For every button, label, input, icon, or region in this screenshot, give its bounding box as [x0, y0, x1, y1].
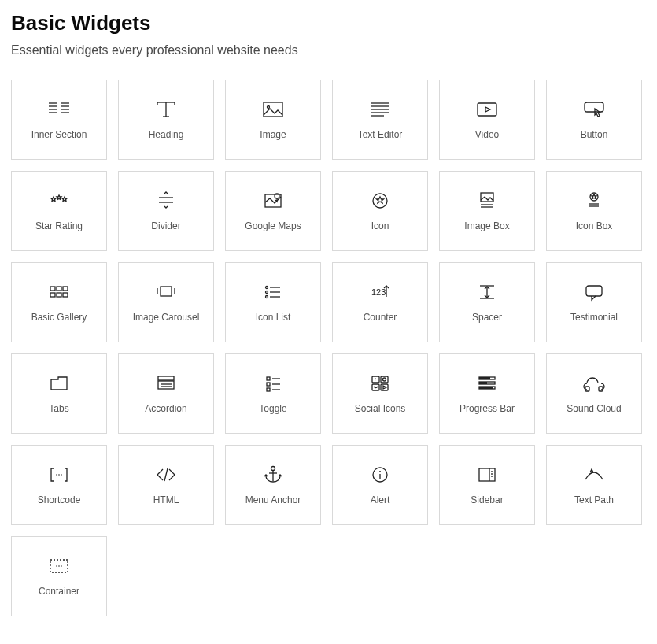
widget-container[interactable]: Container	[11, 536, 107, 616]
widget-google-maps[interactable]: Google Maps	[225, 171, 321, 251]
widget-label: Icon Box	[576, 221, 613, 231]
widget-accordion[interactable]: Accordion	[118, 353, 214, 434]
image-carousel-icon	[154, 283, 178, 302]
widget-label: Text Editor	[358, 130, 403, 139]
image-box-icon	[475, 191, 499, 210]
widget-label: Star Rating	[35, 221, 83, 231]
widget-testimonial[interactable]: Testimonial	[546, 262, 642, 342]
widget-label: Button	[581, 130, 608, 139]
widget-video[interactable]: Video	[439, 80, 535, 160]
widget-sidebar[interactable]: Sidebar	[439, 445, 535, 525]
alert-icon	[368, 465, 392, 484]
widget-label: Heading	[149, 130, 184, 139]
sidebar-icon	[475, 465, 499, 484]
html-icon	[154, 465, 178, 484]
widget-label: Google Maps	[245, 221, 301, 231]
widget-label: Testimonial	[570, 313, 618, 322]
widget-sound-cloud[interactable]: Sound Cloud	[546, 353, 642, 434]
widget-label: Image Carousel	[133, 313, 200, 322]
container-icon	[47, 557, 71, 576]
toggle-icon	[261, 374, 285, 393]
widget-label: Icon	[371, 221, 389, 231]
widget-label: Toggle	[259, 404, 286, 413]
widget-text-path[interactable]: Text Path	[546, 445, 642, 525]
icon-icon	[368, 191, 392, 210]
widget-social-icons[interactable]: Social Icons	[332, 353, 428, 434]
widget-counter[interactable]: Counter	[332, 262, 428, 342]
inner-section-icon	[47, 100, 71, 119]
widget-toggle[interactable]: Toggle	[225, 353, 321, 434]
google-maps-icon	[261, 191, 285, 210]
widget-label: Social Icons	[355, 404, 406, 413]
widget-label: Spacer	[472, 313, 502, 322]
widget-label: HTML	[153, 495, 179, 505]
tabs-icon	[47, 374, 71, 393]
widget-basic-gallery[interactable]: Basic Gallery	[11, 262, 107, 342]
social-icons-icon	[368, 374, 392, 393]
accordion-icon	[154, 374, 178, 393]
widget-label: Text Path	[574, 495, 614, 505]
widget-heading[interactable]: Heading	[118, 80, 214, 160]
counter-icon	[368, 283, 392, 302]
heading-icon	[154, 100, 178, 119]
widget-label: Sidebar	[471, 495, 503, 505]
widget-label: Progress Bar	[460, 404, 515, 413]
widget-label: Sound Cloud	[567, 404, 621, 413]
widget-label: Accordion	[145, 404, 186, 413]
widget-image-carousel[interactable]: Image Carousel	[118, 262, 214, 342]
widget-label: Image	[260, 130, 286, 139]
widget-label: Menu Anchor	[245, 495, 301, 505]
widget-image-box[interactable]: Image Box	[439, 171, 535, 251]
widget-star-rating[interactable]: Star Rating	[11, 171, 107, 251]
menu-anchor-icon	[261, 465, 285, 484]
widget-label: Divider	[151, 221, 180, 231]
testimonial-icon	[582, 283, 606, 302]
widget-html[interactable]: HTML	[118, 445, 214, 525]
widget-menu-anchor[interactable]: Menu Anchor	[225, 445, 321, 525]
widget-grid: Inner SectionHeadingImageText EditorVide…	[11, 80, 646, 616]
spacer-icon	[475, 283, 499, 302]
widget-label: Image Box	[464, 221, 509, 231]
page-title: Basic Widgets	[11, 11, 646, 35]
page-subtitle: Essential widgets every professional web…	[11, 43, 646, 57]
widget-label: Alert	[371, 495, 390, 505]
text-editor-icon	[368, 100, 392, 119]
widget-label: Video	[475, 130, 499, 139]
progress-bar-icon	[475, 374, 499, 393]
widget-tabs[interactable]: Tabs	[11, 353, 107, 434]
widget-label: Shortcode	[38, 495, 81, 505]
video-icon	[475, 100, 499, 119]
shortcode-icon	[47, 465, 71, 484]
widget-icon[interactable]: Icon	[332, 171, 428, 251]
image-icon	[261, 100, 285, 119]
basic-gallery-icon	[47, 283, 71, 302]
icon-box-icon	[582, 191, 606, 210]
widget-alert[interactable]: Alert	[332, 445, 428, 525]
widget-label: Tabs	[49, 404, 68, 413]
widget-icon-list[interactable]: Icon List	[225, 262, 321, 342]
widget-label: Counter	[364, 313, 397, 322]
widget-button[interactable]: Button	[546, 80, 642, 160]
widget-label: Icon List	[256, 313, 291, 322]
icon-list-icon	[261, 283, 285, 302]
widget-progress-bar[interactable]: Progress Bar	[439, 353, 535, 434]
button-icon	[582, 100, 606, 119]
widget-spacer[interactable]: Spacer	[439, 262, 535, 342]
widget-text-editor[interactable]: Text Editor	[332, 80, 428, 160]
widget-label: Basic Gallery	[31, 313, 87, 322]
widget-divider[interactable]: Divider	[118, 171, 214, 251]
text-path-icon	[582, 465, 606, 484]
widget-inner-section[interactable]: Inner Section	[11, 80, 107, 160]
widget-image[interactable]: Image	[225, 80, 321, 160]
widget-shortcode[interactable]: Shortcode	[11, 445, 107, 525]
widget-label: Inner Section	[31, 130, 87, 139]
widget-label: Container	[39, 587, 79, 596]
divider-icon	[154, 191, 178, 210]
sound-cloud-icon	[582, 374, 606, 393]
star-rating-icon	[47, 191, 71, 210]
widget-icon-box[interactable]: Icon Box	[546, 171, 642, 251]
